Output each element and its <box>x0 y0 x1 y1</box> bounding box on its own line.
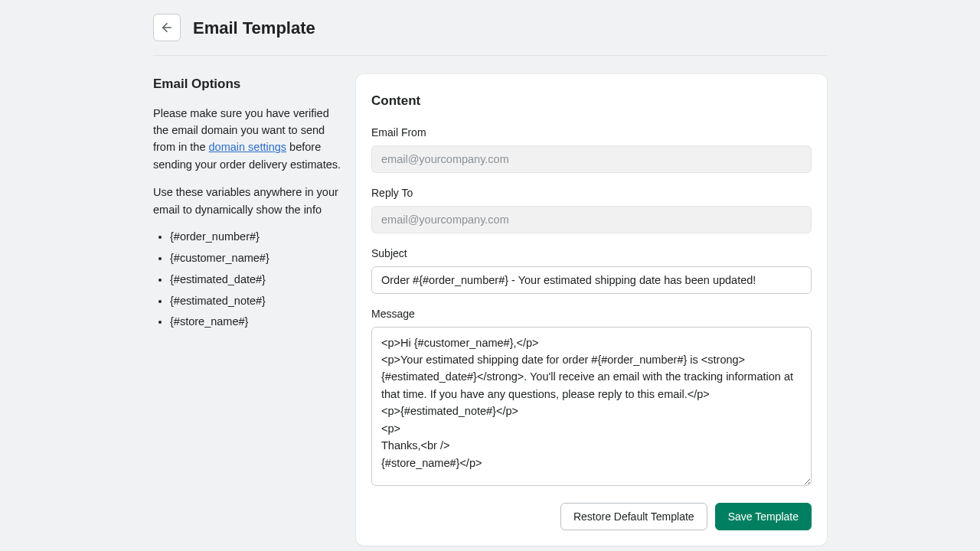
email-from-input[interactable] <box>371 145 812 173</box>
page-container: Email Template Email Options Please make… <box>153 14 827 546</box>
variable-item: {#order_number#} <box>170 229 341 246</box>
email-from-group: Email From <box>371 125 812 173</box>
reply-to-label: Reply To <box>371 185 812 201</box>
reply-to-input[interactable] <box>371 206 812 233</box>
domain-settings-link[interactable]: domain settings <box>209 141 287 153</box>
email-from-label: Email From <box>371 125 812 141</box>
variable-item: {#estimated_date#} <box>170 272 341 289</box>
variables-list: {#order_number#} {#customer_name#} {#est… <box>153 229 341 331</box>
message-label: Message <box>371 306 812 322</box>
sidebar-description: Please make sure you have verified the e… <box>153 105 341 174</box>
main-layout: Email Options Please make sure you have … <box>153 74 827 546</box>
arrow-left-icon <box>160 21 174 34</box>
variable-item: {#customer_name#} <box>170 250 341 267</box>
sidebar-heading: Email Options <box>153 74 341 94</box>
content-card: Content Email From Reply To Subject Mess… <box>356 74 827 546</box>
reply-to-group: Reply To <box>371 185 812 233</box>
actions-row: Restore Default Template Save Template <box>371 503 812 530</box>
message-group: Message <box>371 306 812 491</box>
restore-default-button[interactable]: Restore Default Template <box>560 503 707 530</box>
message-textarea[interactable] <box>371 327 812 486</box>
back-button[interactable] <box>153 14 181 41</box>
header: Email Template <box>153 14 827 56</box>
sidebar: Email Options Please make sure you have … <box>153 74 341 335</box>
page-title: Email Template <box>193 15 315 41</box>
variable-item: {#store_name#} <box>170 314 341 331</box>
subject-group: Subject <box>371 246 812 294</box>
subject-input[interactable] <box>371 266 812 294</box>
content-heading: Content <box>371 91 812 111</box>
variable-item: {#estimated_note#} <box>170 293 341 310</box>
sidebar-variables-intro: Use these variables anywhere in your ema… <box>153 184 341 218</box>
subject-label: Subject <box>371 246 812 262</box>
save-template-button[interactable]: Save Template <box>715 503 812 530</box>
